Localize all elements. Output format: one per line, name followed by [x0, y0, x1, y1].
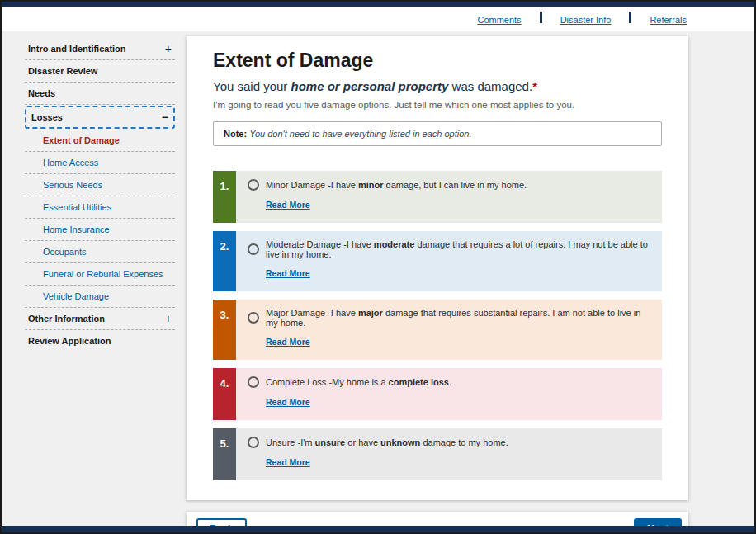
sidebar-item-label: Disaster Review — [28, 66, 97, 76]
sidebar-item-label: Review Application — [28, 336, 111, 346]
read-more-link[interactable]: Read More — [266, 268, 310, 278]
option-panel: Unsure -I'm unsure or have unknown damag… — [236, 428, 662, 480]
option-panel: Minor Damage -I have minor damage, but I… — [236, 171, 662, 223]
option-panel: Major Damage -I have major damage that r… — [236, 300, 662, 360]
damage-option-1: 1.Minor Damage -I have minor damage, but… — [213, 171, 662, 223]
damage-option-5: 5.Unsure -I'm unsure or have unknown dam… — [213, 428, 662, 480]
option-panel: Complete Loss -My home is a complete los… — [236, 368, 662, 420]
sidebar-item-home-access[interactable]: Home Access — [25, 152, 175, 174]
damage-option-3: 3.Major Damage -I have major damage that… — [213, 300, 662, 360]
radio-button[interactable] — [248, 312, 259, 324]
next-button[interactable]: Next — [634, 518, 682, 526]
options-list: 1.Minor Damage -I have minor damage, but… — [213, 171, 662, 480]
option-label-row: Major Damage -I have major damage that r… — [248, 308, 650, 328]
header-link-separator — [629, 12, 631, 23]
main-content: Extent of Damage You said your home or p… — [187, 36, 688, 526]
sidebar-item-vehicle-damage[interactable]: Vehicle Damage — [25, 286, 175, 308]
sidebar-item-label: Extent of Damage — [43, 135, 120, 145]
damage-option-4: 4.Complete Loss -My home is a complete l… — [213, 368, 662, 420]
sidebar-item-label: Intro and Identification — [28, 44, 126, 54]
sidebar-item-label: Losses — [31, 112, 63, 122]
option-number: 4. — [213, 368, 236, 420]
radio-button[interactable] — [248, 179, 259, 191]
bottom-navy-bar — [2, 526, 754, 532]
required-asterisk: * — [532, 79, 537, 93]
sidebar-item-other-information[interactable]: Other Information+ — [25, 308, 175, 330]
option-text: Minor Damage -I have minor damage, but I… — [266, 180, 527, 190]
option-text: Moderate Damage -I have moderate damage … — [266, 239, 650, 259]
option-number: 5. — [213, 428, 236, 480]
sidebar-item-label: Occupants — [43, 247, 87, 257]
sidebar-item-label: Funeral or Reburial Expenses — [43, 269, 163, 279]
note-box: Note: You don't need to have everything … — [213, 121, 662, 146]
header: CommentsDisaster InfoReferrals — [2, 7, 754, 31]
sidebar-item-extent-of-damage[interactable]: Extent of Damage — [25, 130, 175, 152]
option-label-row: Unsure -I'm unsure or have unknown damag… — [248, 437, 650, 448]
sidebar-item-label: Home Insurance — [43, 224, 110, 234]
sidebar: Intro and Identification+Disaster Review… — [25, 36, 175, 526]
read-more-link[interactable]: Read More — [266, 200, 310, 210]
sidebar-item-review-application[interactable]: Review Application — [25, 330, 175, 352]
back-button[interactable]: Back — [196, 518, 247, 526]
question-emphasis: home or personal property — [291, 79, 449, 93]
sidebar-item-label: Serious Needs — [43, 180, 102, 190]
question-text: You said your home or personal property … — [213, 79, 662, 93]
sidebar-item-serious-needs[interactable]: Serious Needs — [25, 174, 175, 196]
sidebar-item-label: Vehicle Damage — [43, 291, 109, 301]
radio-button[interactable] — [248, 437, 259, 448]
option-text: Unsure -I'm unsure or have unknown damag… — [266, 437, 508, 447]
sidebar-item-intro-and-identification[interactable]: Intro and Identification+ — [25, 38, 175, 60]
sidebar-item-label: Needs — [28, 88, 55, 98]
option-number: 3. — [213, 300, 236, 360]
option-text: Major Damage -I have major damage that r… — [266, 308, 650, 328]
note-text: You don't need to have everything listed… — [249, 129, 471, 139]
header-link-comments[interactable]: Comments — [477, 15, 521, 25]
sidebar-item-needs[interactable]: Needs — [25, 83, 175, 105]
app-window: CommentsDisaster InfoReferrals Intro and… — [0, 0, 756, 534]
option-text: Complete Loss -My home is a complete los… — [266, 377, 451, 387]
footer-bar: Back Next — [187, 512, 688, 526]
page-title: Extent of Damage — [213, 50, 662, 72]
option-label-row: Minor Damage -I have minor damage, but I… — [248, 179, 650, 191]
read-more-link[interactable]: Read More — [266, 457, 310, 467]
sidebar-item-occupants[interactable]: Occupants — [25, 241, 175, 263]
collapse-icon[interactable]: − — [162, 113, 168, 121]
header-links: CommentsDisaster InfoReferrals — [477, 12, 687, 26]
sidebar-item-funeral-or-reburial-expenses[interactable]: Funeral or Reburial Expenses — [25, 263, 175, 286]
sidebar-item-home-insurance[interactable]: Home Insurance — [25, 219, 175, 241]
page-body: Intro and Identification+Disaster Review… — [2, 31, 754, 526]
header-link-separator — [540, 12, 542, 23]
option-number: 2. — [213, 231, 236, 291]
sidebar-item-label: Essential Utilities — [43, 202, 111, 212]
header-link-disaster-info[interactable]: Disaster Info — [560, 15, 612, 25]
expand-icon[interactable]: + — [165, 314, 172, 323]
option-panel: Moderate Damage -I have moderate damage … — [236, 231, 662, 291]
option-label-row: Moderate Damage -I have moderate damage … — [248, 239, 650, 259]
expand-icon[interactable]: + — [165, 45, 172, 53]
instruction-text: I'm going to read you five damage option… — [213, 100, 662, 110]
damage-option-2: 2.Moderate Damage -I have moderate damag… — [213, 231, 662, 291]
radio-button[interactable] — [248, 376, 259, 388]
option-label-row: Complete Loss -My home is a complete los… — [248, 376, 650, 388]
read-more-link[interactable]: Read More — [266, 397, 310, 407]
sidebar-item-losses[interactable]: Losses− — [25, 106, 175, 129]
question-prefix: You said your — [213, 79, 291, 93]
sidebar-item-label: Home Access — [43, 158, 98, 168]
question-suffix: was damaged. — [448, 79, 532, 93]
sidebar-item-disaster-review[interactable]: Disaster Review — [25, 60, 175, 83]
radio-button[interactable] — [248, 243, 259, 255]
sidebar-item-essential-utilities[interactable]: Essential Utilities — [25, 196, 175, 219]
read-more-link[interactable]: Read More — [266, 337, 310, 347]
sidebar-item-label: Other Information — [28, 314, 105, 324]
note-label: Note: — [224, 129, 247, 139]
content-card: Extent of Damage You said your home or p… — [187, 36, 688, 500]
header-link-referrals[interactable]: Referrals — [650, 15, 687, 25]
option-number: 1. — [213, 171, 236, 223]
